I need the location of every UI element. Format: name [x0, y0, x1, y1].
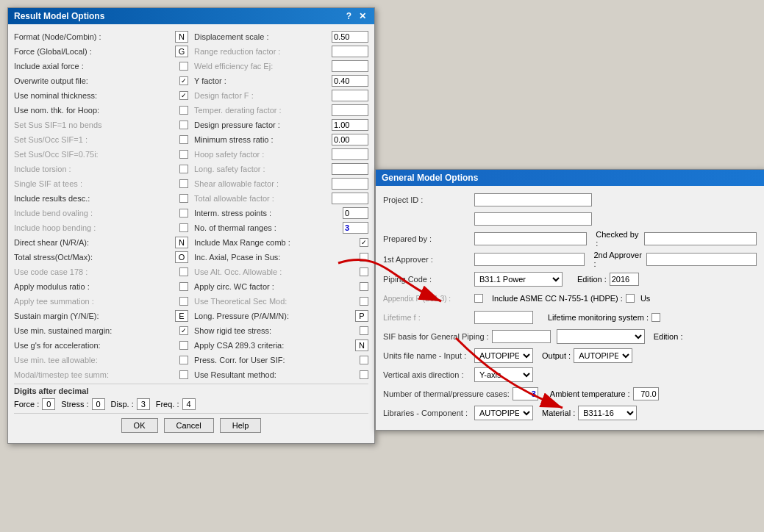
- displacement-scale-input[interactable]: [332, 31, 368, 43]
- thermal-cases-input[interactable]: [513, 387, 538, 400]
- thermal-ranges-input[interactable]: [343, 222, 368, 234]
- modulus-ratio-checkbox[interactable]: [179, 282, 188, 291]
- circ-wc-label: Apply circ. WC factor :: [194, 282, 357, 291]
- left-column: Format (Node/Combin) : N Force (Global/L…: [14, 30, 188, 381]
- temper-derating-input[interactable]: [332, 104, 368, 116]
- total-allowable-input[interactable]: [332, 193, 368, 204]
- include-torsion-checkbox[interactable]: [179, 165, 188, 173]
- use-label: Us: [640, 294, 650, 303]
- force-global-input[interactable]: G: [175, 46, 188, 57]
- hoop-safety-input[interactable]: [332, 148, 368, 160]
- nominal-thickness-checkbox[interactable]: [179, 91, 188, 100]
- long-safety-input[interactable]: [332, 163, 368, 175]
- interm-stress-label: Interm. stress points :: [194, 209, 340, 218]
- code-case-checkbox[interactable]: [179, 267, 188, 276]
- sif-basis-row: SIF basis for General Piping : Edition :: [383, 328, 757, 345]
- single-sif-checkbox[interactable]: [179, 179, 188, 188]
- weld-efficiency-input[interactable]: [332, 60, 368, 72]
- approver2-label: 2nd Approver :: [593, 251, 643, 268]
- units-input-select[interactable]: AUTOPIPE: [474, 348, 533, 363]
- results-desc-row: Include results desc.:: [14, 192, 188, 205]
- prepared-by-input[interactable]: [474, 232, 587, 245]
- overwrite-checkbox[interactable]: [179, 76, 188, 85]
- alt-occ-checkbox[interactable]: [360, 267, 368, 276]
- sus-occ-sif1-checkbox[interactable]: [179, 135, 188, 144]
- include-torsion-label: Include torsion :: [14, 165, 177, 173]
- material-select[interactable]: B311-16: [578, 406, 637, 420]
- ambient-temp-input[interactable]: [633, 387, 659, 400]
- resultant-method-label: Use Resultant method:: [194, 370, 357, 379]
- checked-by-input[interactable]: [644, 232, 757, 245]
- help-title-icon[interactable]: ?: [344, 11, 354, 21]
- min-stress-ratio-input[interactable]: [332, 134, 368, 145]
- sif-basis-input[interactable]: [492, 330, 551, 343]
- approver1-input[interactable]: [474, 253, 585, 266]
- design-pressure-input[interactable]: [332, 119, 368, 131]
- interm-stress-input[interactable]: [343, 207, 368, 219]
- range-reduction-row: Range reduction factor :: [194, 45, 368, 58]
- include-axial-checkbox[interactable]: [179, 62, 188, 71]
- shear-allowable-input[interactable]: [332, 178, 368, 190]
- asme-cc-checkbox[interactable]: [626, 294, 635, 303]
- direct-shear-input[interactable]: N: [175, 237, 188, 248]
- edition-label: Edition :: [577, 275, 607, 284]
- nominal-thickness-label: Use nominal thickness:: [14, 91, 177, 100]
- rigid-tee-checkbox[interactable]: [360, 326, 368, 335]
- gs-accel-checkbox[interactable]: [179, 341, 188, 350]
- min-tee-checkbox[interactable]: [179, 356, 188, 364]
- sus-occ-sif075-checkbox[interactable]: [179, 150, 188, 159]
- appendix-p-checkbox[interactable]: [474, 294, 483, 303]
- press-corr-checkbox[interactable]: [360, 356, 368, 364]
- total-allowable-label: Total allowable factor :: [194, 194, 329, 203]
- units-output-select[interactable]: AUTOPIPE: [574, 348, 632, 363]
- lifetime-f-input[interactable]: [474, 311, 533, 324]
- csa-criteria-input[interactable]: N: [355, 339, 368, 351]
- total-stress-input[interactable]: O: [175, 251, 188, 263]
- hoop-bending-checkbox[interactable]: [179, 223, 188, 232]
- sec-mod-checkbox[interactable]: [360, 297, 368, 306]
- max-range-comb-checkbox[interactable]: [360, 238, 368, 247]
- long-pressure-input[interactable]: P: [355, 310, 368, 322]
- sustain-margin-input[interactable]: E: [175, 310, 188, 322]
- direct-shear-row: Direct shear (N/R/A): N: [14, 236, 188, 249]
- force-digits-input[interactable]: 0: [42, 398, 55, 410]
- press-corr-label: Press. Corr. for User SIF:: [194, 356, 357, 364]
- include-axial-label: Include axial force :: [14, 62, 177, 71]
- sif-basis-select[interactable]: [557, 329, 645, 344]
- overwrite-label: Overwrite output file:: [14, 76, 177, 85]
- freq-digits-input[interactable]: 4: [182, 398, 196, 410]
- stress-digits-input[interactable]: 0: [92, 398, 105, 410]
- resultant-method-checkbox[interactable]: [360, 370, 368, 379]
- lifetime-monitor-checkbox[interactable]: [651, 313, 660, 322]
- cancel-button[interactable]: Cancel: [164, 418, 214, 433]
- y-factor-input[interactable]: [332, 75, 368, 87]
- format-input[interactable]: N: [175, 31, 188, 43]
- bend-ovaling-checkbox[interactable]: [179, 209, 188, 218]
- design-factor-input[interactable]: [332, 90, 368, 101]
- help-button[interactable]: Help: [220, 418, 262, 433]
- circ-wc-checkbox[interactable]: [360, 282, 368, 291]
- min-sustained-label: Use min. sustained margin:: [14, 326, 177, 335]
- range-reduction-input[interactable]: [332, 46, 368, 57]
- libraries-component-select[interactable]: AUTOPIPE: [474, 406, 533, 420]
- tee-summation-checkbox[interactable]: [179, 297, 188, 306]
- project-id-input2[interactable]: [474, 212, 592, 226]
- close-title-icon[interactable]: ✕: [357, 11, 368, 21]
- csa-criteria-row: Apply CSA 289.3 criteria: N: [194, 339, 368, 352]
- long-safety-row: Long. safety factor :: [194, 162, 368, 176]
- sif-basis-label: SIF basis for General Piping :: [383, 332, 489, 341]
- results-desc-checkbox[interactable]: [179, 194, 188, 203]
- axial-pcase-checkbox[interactable]: [360, 253, 368, 262]
- ok-button[interactable]: OK: [121, 418, 158, 433]
- vertical-axis-select[interactable]: Y-axis: [474, 367, 533, 382]
- disp-digits-input[interactable]: 3: [137, 398, 150, 410]
- min-sustained-checkbox[interactable]: [179, 326, 188, 335]
- edition-input[interactable]: [610, 273, 639, 286]
- approver2-input[interactable]: [646, 253, 757, 266]
- sus-sif-nobends-checkbox[interactable]: [179, 121, 188, 129]
- piping-code-select[interactable]: B31.1 Power: [474, 272, 563, 287]
- modal-timestep-checkbox[interactable]: [179, 370, 188, 379]
- nom-hoop-checkbox[interactable]: [179, 106, 188, 115]
- project-id-input[interactable]: [474, 193, 592, 206]
- units-input-label: Units file name - Input :: [383, 351, 471, 360]
